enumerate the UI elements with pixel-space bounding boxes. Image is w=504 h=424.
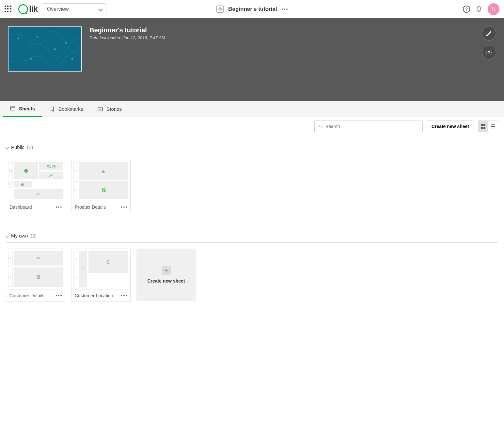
svg-rect-27 <box>102 171 103 173</box>
tab-bookmarks[interactable]: Bookmarks <box>42 101 90 117</box>
sheet-card[interactable]: Customer Location <box>71 249 131 302</box>
svg-rect-28 <box>103 170 104 173</box>
grid-view-button[interactable] <box>478 121 488 132</box>
sheet-card[interactable]: Customer Details <box>6 249 65 302</box>
svg-point-8 <box>488 51 490 53</box>
sheet-name: Customer Details <box>9 293 44 298</box>
svg-line-14 <box>321 127 322 128</box>
section-count: (2) <box>31 233 37 238</box>
tab-bar: Sheets Bookmarks Stories <box>0 101 504 117</box>
svg-point-6 <box>65 42 67 44</box>
card-more-icon[interactable] <box>56 206 62 208</box>
app-thumbnail <box>8 26 82 72</box>
section-myown: My own (2) Customer Details <box>0 224 504 312</box>
svg-rect-29 <box>104 171 105 173</box>
svg-point-34 <box>37 257 38 259</box>
plus-icon: + <box>162 266 171 275</box>
svg-rect-37 <box>37 275 40 278</box>
section-public: Public (2) #1 ◔ <box>0 136 504 224</box>
list-view-button[interactable] <box>488 121 498 132</box>
sheet-preview <box>71 249 130 289</box>
card-more-icon[interactable] <box>56 295 62 296</box>
overview-label: Overview <box>47 6 69 12</box>
svg-rect-22 <box>21 184 22 186</box>
svg-rect-24 <box>24 185 24 186</box>
apps-launcher-icon[interactable] <box>5 6 12 13</box>
tab-stories[interactable]: Stories <box>90 101 129 117</box>
card-more-icon[interactable] <box>121 295 127 296</box>
svg-marker-12 <box>100 108 102 110</box>
create-new-sheet-card[interactable]: + Create new sheet <box>136 249 196 301</box>
sheet-name: Customer Location <box>75 293 113 298</box>
tab-label: Stories <box>106 106 122 112</box>
svg-point-0 <box>219 7 221 8</box>
data-model-icon[interactable] <box>216 6 224 13</box>
svg-rect-21 <box>491 128 495 128</box>
svg-point-5 <box>30 58 32 60</box>
app-title: Beginner's tutorial <box>228 6 277 12</box>
svg-rect-9 <box>10 107 15 110</box>
edit-button[interactable] <box>482 26 496 41</box>
section-count: (2) <box>27 144 33 150</box>
svg-rect-26 <box>38 193 38 196</box>
svg-point-4 <box>54 48 56 50</box>
search-field[interactable] <box>325 124 418 129</box>
hero-title: Beginner's tutorial <box>89 26 165 34</box>
section-myown-header[interactable]: My own (2) <box>6 229 498 243</box>
svg-rect-16 <box>483 124 485 126</box>
svg-rect-31 <box>104 188 106 189</box>
svg-rect-32 <box>102 190 103 192</box>
svg-rect-25 <box>37 194 37 196</box>
create-new-sheet-button[interactable]: Create new sheet <box>427 121 474 132</box>
sheet-card[interactable]: #1 ◔ Dashboard <box>6 160 65 213</box>
tab-sheets[interactable]: Sheets <box>3 101 42 117</box>
svg-point-3 <box>37 36 39 38</box>
svg-point-36 <box>39 258 40 259</box>
section-public-header[interactable]: Public (2) <box>6 140 498 154</box>
overview-dropdown[interactable]: Overview <box>43 3 106 15</box>
section-title: My own <box>11 233 28 238</box>
svg-point-2 <box>17 37 19 39</box>
card-more-icon[interactable] <box>121 206 127 208</box>
section-title: Public <box>11 144 24 150</box>
svg-rect-19 <box>491 124 495 125</box>
bell-icon[interactable] <box>475 6 482 13</box>
svg-rect-18 <box>483 127 485 129</box>
settings-button[interactable] <box>482 45 496 59</box>
sheet-preview: #1 ◔ <box>6 160 65 201</box>
svg-point-35 <box>39 257 39 258</box>
qlik-logo: lik <box>18 4 38 14</box>
more-icon[interactable] <box>282 8 288 10</box>
help-icon[interactable]: ? <box>463 6 470 13</box>
sheet-name: Dashboard <box>9 204 32 210</box>
new-card-label: Create new sheet <box>147 278 185 284</box>
svg-rect-30 <box>102 188 104 190</box>
sheet-preview <box>71 160 130 201</box>
app-hero: Beginner's tutorial Data last loaded: Ja… <box>0 18 504 101</box>
tab-label: Bookmarks <box>58 106 83 112</box>
svg-rect-15 <box>481 124 483 126</box>
search-input[interactable] <box>314 121 423 132</box>
svg-point-7 <box>71 58 73 60</box>
sheet-card[interactable]: Product Details <box>71 160 131 213</box>
svg-rect-17 <box>481 127 483 129</box>
chevron-down-icon <box>6 233 8 238</box>
chevron-down-icon <box>99 6 102 12</box>
hero-subtitle: Data last loaded: Jan 12, 2016, 7:47 AM <box>89 35 165 40</box>
tab-label: Sheets <box>19 106 35 111</box>
sheet-preview <box>6 249 65 289</box>
sheet-name: Product Details <box>75 204 106 210</box>
svg-rect-23 <box>22 183 23 186</box>
svg-point-13 <box>319 125 322 127</box>
chevron-down-icon <box>6 144 8 150</box>
svg-rect-20 <box>491 126 495 127</box>
svg-rect-33 <box>103 190 105 192</box>
avatar[interactable]: TL <box>488 3 499 15</box>
